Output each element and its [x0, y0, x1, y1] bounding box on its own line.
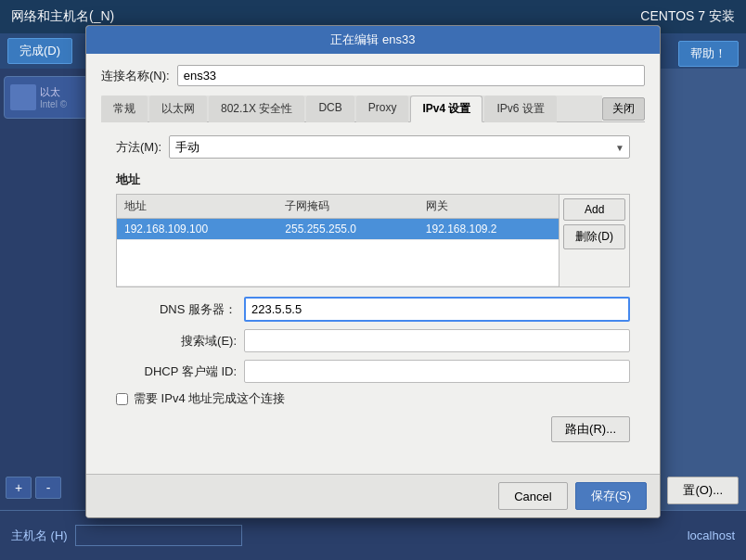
address-section-title: 地址	[116, 172, 630, 188]
method-select[interactable]: 手动 自动(DHCP) 仅链接本地 共享给其他计算机 禁用	[169, 135, 630, 159]
gear-button[interactable]: 置(O)...	[667, 477, 739, 504]
conn-name-row: 连接名称(N):	[101, 65, 645, 86]
table-row-empty	[117, 240, 559, 286]
help-button[interactable]: 帮助！	[678, 41, 739, 67]
dialog-titlebar: 正在编辑 ens33	[86, 26, 660, 54]
app-title-right: CENTOS 7 安装	[640, 8, 735, 25]
tab-general[interactable]: 常规	[101, 95, 148, 122]
search-input[interactable]	[244, 329, 630, 352]
delete-address-button[interactable]: 删除(D)	[563, 224, 625, 249]
dialog-footer: Cancel 保存(S)	[86, 474, 660, 517]
search-label: 搜索域(E):	[116, 333, 237, 350]
hostname-value: localhost	[688, 528, 735, 542]
hostname-label: 主机名 (H)	[11, 528, 68, 544]
method-row: 方法(M): 手动 自动(DHCP) 仅链接本地 共享给其他计算机 禁用 ▼	[116, 135, 630, 159]
hostname-input[interactable]	[75, 525, 242, 546]
dhcp-label: DHCP 客户端 ID:	[116, 363, 237, 380]
dns-input[interactable]	[244, 297, 630, 322]
tabs-area: 常规 以太网 802.1X 安全性 DCB Proxy IPv4 设置 IPv6…	[101, 95, 645, 122]
method-label: 方法(M):	[116, 139, 161, 156]
col-subnet: 子网掩码	[277, 195, 418, 219]
conn-name-input[interactable]	[177, 65, 645, 86]
ipv4-tab-content: 方法(M): 手动 自动(DHCP) 仅链接本地 共享给其他计算机 禁用 ▼ 地…	[101, 122, 645, 463]
app-title-left: 网络和主机名(_N)	[11, 8, 114, 25]
dhcp-input[interactable]	[244, 360, 630, 383]
col-address: 地址	[117, 195, 277, 219]
method-select-wrap: 手动 自动(DHCP) 仅链接本地 共享给其他计算机 禁用 ▼	[169, 135, 630, 159]
require-ipv4-checkbox[interactable]	[116, 393, 128, 405]
dialog-title: 正在编辑 ens33	[330, 32, 415, 46]
cell-gateway: 192.168.109.2	[418, 219, 560, 240]
dns-row: DNS 服务器：	[116, 297, 630, 322]
add-address-button[interactable]: Add	[563, 198, 625, 221]
route-button[interactable]: 路由(R)...	[551, 416, 630, 442]
address-table: 地址 子网掩码 网关 192.168.109.100 255.255.255.0…	[117, 195, 559, 286]
tab-8021x[interactable]: 802.1X 安全性	[209, 95, 304, 122]
address-table-buttons: Add 删除(D)	[559, 195, 629, 286]
checkbox-row: 需要 IPv4 地址完成这个连接	[116, 390, 630, 407]
table-row[interactable]: 192.168.109.100 255.255.255.0 192.168.10…	[117, 219, 559, 240]
cancel-button[interactable]: Cancel	[498, 482, 567, 510]
cell-address: 192.168.109.100	[117, 219, 277, 240]
search-row: 搜索域(E):	[116, 329, 630, 352]
tab-ipv4[interactable]: IPv4 设置	[410, 95, 482, 122]
close-button[interactable]: 关闭	[602, 97, 645, 121]
dialog-overlay: 正在编辑 ens33 连接名称(N): 常规 以太网 802.1X 安全性 DC…	[0, 33, 746, 510]
route-row: 路由(R)...	[116, 416, 630, 442]
save-button[interactable]: 保存(S)	[575, 482, 647, 510]
cell-subnet: 255.255.255.0	[277, 219, 418, 240]
conn-name-label: 连接名称(N):	[101, 68, 170, 84]
address-table-wrap: 地址 子网掩码 网关 192.168.109.100 255.255.255.0…	[116, 194, 630, 287]
dhcp-row: DHCP 客户端 ID:	[116, 360, 630, 383]
dialog-body: 连接名称(N): 常规 以太网 802.1X 安全性 DCB Proxy IPv…	[86, 54, 660, 474]
checkbox-label: 需要 IPv4 地址完成这个连接	[134, 390, 285, 407]
tabs-row: 常规 以太网 802.1X 安全性 DCB Proxy IPv4 设置 IPv6…	[101, 95, 602, 121]
tab-dcb[interactable]: DCB	[306, 95, 354, 122]
col-gateway: 网关	[418, 195, 560, 219]
dialog: 正在编辑 ens33 连接名称(N): 常规 以太网 802.1X 安全性 DC…	[85, 25, 661, 518]
tab-ethernet[interactable]: 以太网	[149, 95, 207, 122]
tab-proxy[interactable]: Proxy	[356, 95, 409, 122]
gear-area: 置(O)...	[667, 477, 739, 504]
tab-ipv6[interactable]: IPv6 设置	[484, 95, 556, 122]
dns-label: DNS 服务器：	[116, 301, 237, 318]
